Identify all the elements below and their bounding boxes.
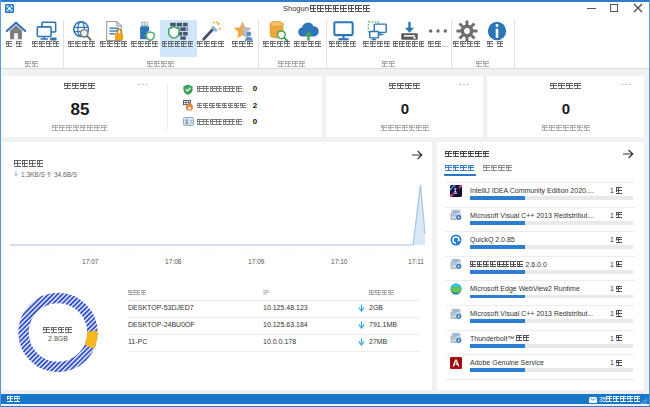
svg-text:17:10: 17:10 <box>331 258 348 265</box>
svg-text:17:11: 17:11 <box>408 258 424 265</box>
svg-text:17:08: 17:08 <box>165 258 182 265</box>
svg-text:17:09: 17:09 <box>248 258 265 265</box>
svg-text:17:07: 17:07 <box>82 258 99 265</box>
